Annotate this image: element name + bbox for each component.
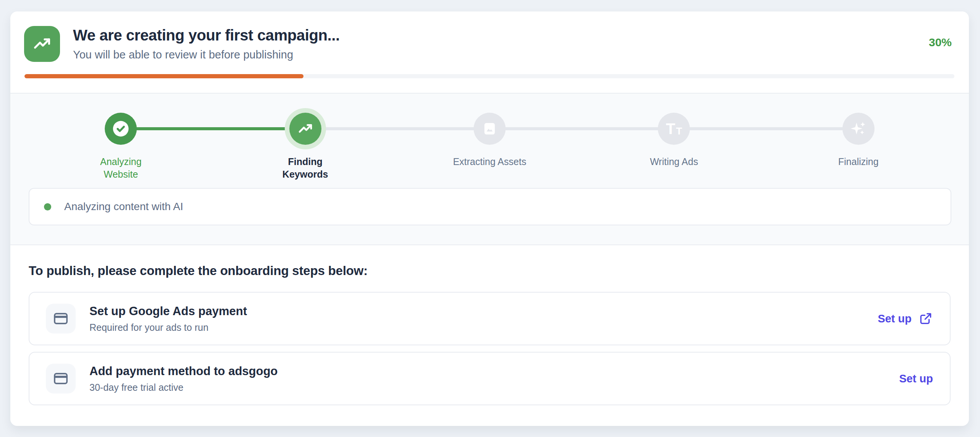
- text-fields-icon: TT: [658, 113, 690, 145]
- onboarding-section: To publish, please complete the onboardi…: [10, 245, 969, 405]
- sparkles-icon: [842, 113, 875, 145]
- stepper-section: Analyzing Website Finding Keywords: [10, 93, 969, 245]
- step-extracting-assets: Extracting Assets: [398, 113, 582, 180]
- step-finding-keywords: Finding Keywords: [213, 113, 397, 180]
- progress-percent: 30%: [929, 36, 952, 49]
- setup-button-label: Set up: [899, 372, 933, 385]
- step-label: Writing Ads: [636, 155, 712, 180]
- check-circle-icon: [105, 113, 137, 145]
- onboarding-heading: To publish, please complete the onboardi…: [29, 264, 951, 278]
- status-dot-icon: [44, 203, 51, 210]
- setup-button-label: Set up: [878, 312, 912, 325]
- task-google-ads-payment: Set up Google Ads payment Required for y…: [29, 292, 951, 345]
- campaign-progress-card: We are creating your first campaign... Y…: [10, 11, 969, 426]
- task-title: Add payment method to adsgogo: [89, 364, 278, 378]
- task-subtitle: Required for your ads to run: [89, 322, 247, 333]
- step-label: Finalizing: [820, 155, 897, 180]
- step-analyzing-website: Analyzing Website: [29, 113, 213, 180]
- task-title: Set up Google Ads payment: [89, 304, 247, 318]
- setup-google-ads-button[interactable]: Set up: [878, 311, 933, 326]
- status-box: Analyzing content with AI: [29, 188, 951, 225]
- page-subtitle: You will be able to review it before pub…: [73, 49, 340, 61]
- step-writing-ads: TT Writing Ads: [582, 113, 766, 180]
- task-subtitle: 30-day free trial active: [89, 382, 278, 393]
- step-label: Analyzing Website: [83, 155, 159, 180]
- page-title: We are creating your first campaign...: [73, 27, 340, 44]
- image-icon: [474, 113, 506, 145]
- status-text: Analyzing content with AI: [64, 201, 183, 213]
- credit-card-icon: [46, 304, 76, 333]
- step-finalizing: Finalizing: [766, 113, 951, 180]
- trending-up-icon: [24, 26, 60, 62]
- trending-up-icon: [289, 113, 321, 145]
- step-label: Extracting Assets: [451, 155, 528, 180]
- stepper: Analyzing Website Finding Keywords: [29, 113, 951, 180]
- progress-fill: [24, 74, 303, 78]
- header: We are creating your first campaign... Y…: [10, 11, 969, 62]
- setup-adsgogo-button[interactable]: Set up: [899, 372, 933, 385]
- task-adsgogo-payment: Add payment method to adsgogo 30-day fre…: [29, 352, 951, 405]
- step-label: Finding Keywords: [267, 155, 344, 180]
- credit-card-icon: [46, 364, 76, 393]
- external-link-icon: [918, 311, 933, 326]
- progress-bar: [24, 74, 954, 78]
